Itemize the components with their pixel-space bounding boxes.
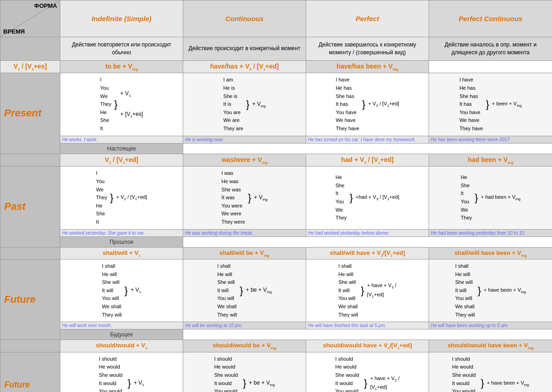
past-continuous-formula: was/were + Ving (183, 154, 306, 167)
future-simple-formula-header (0, 247, 60, 259)
future-simple-content: I shallHe willShe willIt willYou willWe … (60, 259, 183, 322)
perfect-header: Perfect (306, 0, 429, 37)
grammar-table: ФОРМА ВРЕМЯ Indefinite (Simple) Continuo… (0, 0, 552, 392)
futurepast-perfect-content: I shouldHe wouldShe wouldIt wouldYou wou… (306, 352, 429, 392)
future-continuous-content: I shallHe willShe willIt willYou willWe … (183, 259, 306, 322)
perfect-cont-description: Действие началось в опр. момент и длящее… (429, 37, 552, 61)
present-perfect-cont-content: I haveHe hasShe hasIt hasYou haveWe have… (429, 73, 552, 136)
future-perfect-cont-formula: shall/will have been + Ving (429, 247, 552, 259)
forma-desc-empty (0, 37, 60, 61)
past-russian: Прошлое (60, 236, 183, 247)
future-perfect-cont-content: I shallHe willShe willIt willYou willWe … (429, 259, 552, 322)
present-continuous-content: I amHe isShe isIt isYou areWe areThey ar… (183, 73, 306, 136)
futurepast-simple-content: I shouldHe wouldShe wouldIt wouldYou wou… (60, 352, 183, 392)
past-perfect-formula: had + V3 / [V1+ed] (306, 154, 429, 167)
future-continuous-example: He will be working at 10 pm. (183, 322, 306, 329)
future-tense-label: Future (0, 259, 60, 340)
past-perfect-cont-content: HeSheItYouWeThey } + had been + Ving (429, 167, 552, 229)
simple-header: Indefinite (Simple) (60, 0, 183, 37)
present-continuous-example: He is working now. (183, 136, 306, 143)
past-perfect-content: HeSheItYouWeThey } +had + V3 / [V1+ed] (306, 167, 429, 229)
past-perfect-example: He had worked yesterday before dinner. (306, 229, 429, 236)
continuous-header: Continuous (183, 0, 306, 37)
future-continuous-formula: shall/will be + Ving (183, 247, 306, 259)
simple-description: Действие повторяется или происходит обыч… (60, 37, 183, 61)
past-continuous-content: I wasHe wasShe wasIt wasYou wereWe wereT… (183, 167, 306, 229)
past-perfect-cont-formula: had been + Ving (429, 154, 552, 167)
futurepast-perfect-cont-content: I shouldHe wouldShe wouldIt wouldYou wou… (429, 352, 552, 392)
past-simple-formula: V2 / [V1+ed] (60, 154, 183, 167)
forma-text: ФОРМА (34, 2, 57, 9)
past-simple-formula-header (0, 154, 60, 167)
future-russian: Будущее (60, 329, 183, 340)
present-perfect-example: He has turned on his car. I have done my… (306, 136, 429, 143)
present-perfect-formula: have/has + V3 / [V1+ed] (183, 60, 306, 73)
future-perfect-content: I shallHe willShe willIt willYou willWe … (306, 259, 429, 322)
future-simple-example: He will work next month. (60, 322, 183, 329)
futurepast-simple-formula-header (0, 340, 60, 352)
present-perfect-cont-formula: have/has been + Ving (306, 60, 429, 73)
present-simple-formula: V1 / [V1+es] (0, 60, 60, 73)
present-perfect-cont-example: He has been working there since 2017. (429, 136, 552, 143)
present-label: Present (2, 107, 58, 119)
past-continuous-example: He was working during the break. (183, 229, 306, 236)
forma-header: ФОРМА ВРЕМЯ (0, 0, 60, 37)
present-tense-label: Present (0, 73, 60, 154)
futurepast-perfect-formula: should/would have + V3/[V1+ed] (306, 340, 429, 352)
perfect-description: Действие завершилось к конкретному момен… (306, 37, 429, 61)
futurepast-perfect-cont-formula: should/would have been + Ving (429, 340, 552, 352)
futurepast-continuous-content: I shouldHe wouldShe wouldIt wouldYou wou… (183, 352, 306, 392)
continuous-description: Действие происходит в конкретный момент (183, 37, 306, 61)
present-russian: Настоящее (60, 143, 183, 154)
perfect-cont-header: Perfect Continuous (429, 0, 552, 37)
futurepast-simple-formula: should/would + V1 (60, 340, 183, 352)
past-simple-example: He worked yesterday. She gave it to me. (60, 229, 183, 236)
future-perfect-example: He will have finished this task at 5 pm. (306, 322, 429, 329)
futurepast-tense-label: Futurein thePast (0, 352, 60, 392)
vremya-text: ВРЕМЯ (3, 28, 25, 35)
past-perfect-cont-example: He had been working yesterday from 10 to… (429, 229, 552, 236)
future-perfect-cont-example: He will have been working up to 5 am. (429, 322, 552, 329)
past-tense-label: Past (0, 167, 60, 247)
present-simple-content: IYouWeTheyHeSheIt } + V1 + [V1+es] (60, 73, 183, 136)
future-simple-formula: shall/will + V1 (60, 247, 183, 259)
futurepast-continuous-formula: should/would be + Ving (183, 340, 306, 352)
past-simple-content: IYouWeTheyHeSheIt } + V2 / [V1+ed] (60, 167, 183, 229)
future-perfect-formula: shall/will have + V3/[V1+ed] (306, 247, 429, 259)
present-simple-example: He works. I work. (60, 136, 183, 143)
present-perfect-content: I haveHe hasShe hasIt hasYou haveWe have… (306, 73, 429, 136)
present-continuous-formula: to be + Ving (60, 60, 183, 73)
